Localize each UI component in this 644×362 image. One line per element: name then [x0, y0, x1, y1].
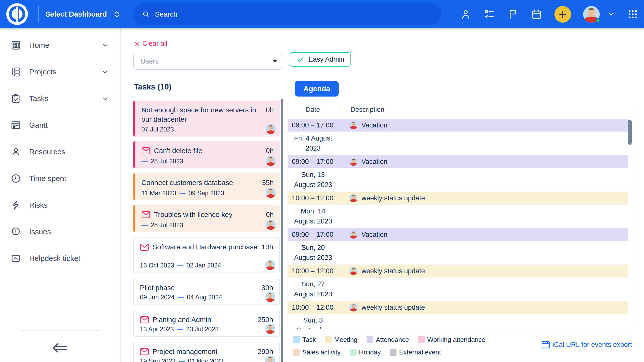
users-filter-input[interactable]: [140, 57, 261, 66]
calendar-icon[interactable]: [531, 9, 542, 20]
task-card-planing-and-admin[interactable]: Planing and Admin 250h 13 Apr 2023 — 23 …: [133, 310, 280, 337]
sidebar-divider: [20, 330, 101, 331]
agenda-event-row[interactable]: 09:00 – 17:00 Vacation: [288, 155, 628, 168]
task-card-connect-customers-database[interactable]: Connect customers database 35h 11 Mar 20…: [133, 173, 280, 200]
legend-label: Meeting: [334, 336, 357, 344]
legend-task: Task: [293, 336, 316, 344]
task-dates: 19 Sep 2023 — 01 Nov 2023: [140, 357, 224, 362]
agenda-date-row: Fri, 4 August 2023: [288, 131, 628, 155]
add-button[interactable]: [554, 6, 571, 23]
agenda-event-row[interactable]: 10:00 – 12:00 weekly status update: [288, 265, 628, 277]
assignee-avatar: [265, 324, 275, 334]
agenda-table-header: Date Description: [288, 103, 632, 116]
event-description: Vacation: [338, 158, 387, 166]
sidebar-item-gantt[interactable]: Gantt: [0, 112, 120, 139]
legend-label: Attendance: [376, 336, 409, 344]
app-logo-icon[interactable]: [6, 3, 28, 25]
task-card-project-management[interactable]: Project management 290h 19 Sep 2023 — 01…: [133, 342, 280, 362]
task-hours: 35h: [262, 178, 274, 187]
search-input[interactable]: [154, 10, 381, 19]
legend-swatch: [367, 336, 373, 343]
dropdown-arrow-icon: [273, 60, 277, 63]
sidebar-item-label: Issues: [29, 228, 109, 236]
assignee-avatar: [265, 292, 275, 302]
event-avatar: [349, 303, 357, 311]
task-dates: — 28 Jul 2023: [141, 158, 183, 165]
legend-row-2: Sales activity Holiday External event: [293, 348, 441, 356]
sidebar-item-issues[interactable]: Issues: [0, 218, 120, 245]
apps-grid-icon[interactable]: [627, 9, 638, 20]
task-card-software-and-hardware-purchase[interactable]: Software and Hardware purchase 10h 16 Oc…: [133, 237, 280, 273]
search-icon: [142, 10, 150, 18]
sidebar-item-label: Tasks: [29, 94, 93, 103]
home-icon: [11, 40, 21, 51]
profile-avatar[interactable]: [583, 6, 600, 23]
task-title: Pilot phase: [140, 283, 258, 293]
sidebar-item-label: Time spent: [29, 174, 109, 183]
agenda-event-row[interactable]: 09:00 – 17:00 Vacation: [288, 119, 628, 131]
agenda-table: Date Description 09:00 – 17:00 Vacation …: [288, 103, 632, 329]
legend-label: Working attendance: [427, 336, 486, 344]
task-card-pilot-phase[interactable]: Pilot phase 30h 09 Jun 2024 — 04 Aug 202…: [133, 278, 280, 305]
clear-all-button[interactable]: Clear all: [134, 40, 167, 48]
user-icon[interactable]: [460, 9, 471, 20]
sidebar-item-projects[interactable]: Projects: [0, 59, 120, 85]
description-column-header: Description: [338, 103, 632, 116]
dashboard-selector[interactable]: Select Dashboard: [45, 0, 121, 28]
agenda-event-row[interactable]: 10:00 – 12:00 weekly status update: [288, 192, 628, 204]
task-card-head: Connect customers database 35h: [141, 178, 274, 188]
sidebar-item-label: Risks: [29, 201, 109, 209]
task-card-not-enough-space-for-new-servers-in-our-datacenter[interactable]: Not enough space for new servers in our …: [133, 101, 280, 137]
sidebar-item-tasks[interactable]: Tasks: [0, 85, 120, 112]
sidebar-item-resources[interactable]: Resources: [0, 139, 120, 165]
task-card-head: Planing and Admin 250h: [140, 315, 273, 325]
ical-export-link[interactable]: iCal URL for events export: [541, 340, 632, 349]
legend-swatch: [325, 336, 332, 343]
agenda-scrollbar[interactable]: [628, 120, 632, 145]
sidebar-item-risks[interactable]: Risks: [0, 192, 120, 218]
sidebar-item-helpdesk-ticket[interactable]: Helpdesk ticket: [0, 245, 120, 272]
tasks-icon: [11, 93, 21, 104]
task-end-date: 23 Jul 2023: [186, 326, 219, 333]
event-time: 10:00 – 12:00: [288, 304, 338, 311]
agenda-event-row[interactable]: 10:00 – 12:00 weekly status update: [288, 301, 628, 314]
agenda-event-row[interactable]: 09:00 – 17:00 Vacation: [288, 228, 628, 241]
profile-chevron-down-icon[interactable]: [607, 11, 615, 18]
event-time: 09:00 – 17:00: [288, 158, 338, 166]
flag-icon[interactable]: [507, 9, 519, 20]
event-title: weekly status update: [361, 194, 425, 202]
sidebar-item-label: Helpdesk ticket: [29, 254, 109, 263]
legend-label: Sales activity: [302, 348, 341, 356]
task-card-troubles-with-licence-key[interactable]: Troubles with licence key 0h — 28 Jul 20…: [133, 205, 280, 232]
easy-admin-filter-chip[interactable]: Easy Admin: [290, 52, 351, 67]
event-time: 09:00 – 17:00: [288, 231, 338, 239]
task-start-date: 13 Apr 2023: [140, 326, 174, 333]
task-end-date: 02 Jan 2024: [186, 262, 221, 269]
task-hours: 290h: [258, 347, 273, 356]
topbar: Select Dashboard: [0, 0, 644, 28]
event-avatar: [349, 121, 357, 129]
date-range-dash: —: [177, 326, 183, 333]
event-avatar: [349, 267, 357, 275]
event-title: weekly status update: [361, 267, 425, 275]
date-column-header: Date: [288, 103, 338, 116]
dashboard-selector-label: Select Dashboard: [45, 10, 107, 18]
ical-calendar-icon: [541, 340, 550, 349]
legend-attendance: Attendance: [367, 336, 409, 344]
sidebar: Home Projects Tasks Gantt Resources Time…: [0, 28, 121, 362]
agenda-button[interactable]: Agenda: [295, 81, 339, 97]
search-bar[interactable]: [133, 3, 441, 25]
task-card-can-t-delete-file[interactable]: Can't delete file 0h — 28 Jul 2023: [133, 141, 280, 168]
event-avatar: [349, 231, 357, 239]
tasks-scrollbar[interactable]: [281, 99, 283, 362]
sidebar-item-time-spent[interactable]: Time spent: [0, 165, 120, 192]
issues-icon: [11, 227, 21, 237]
event-description: weekly status update: [338, 267, 425, 275]
tasks-checklist-icon[interactable]: [484, 9, 495, 20]
task-hours: 10h: [261, 243, 273, 251]
online-status-dot: [595, 18, 600, 23]
users-filter-select[interactable]: [133, 53, 282, 70]
agenda-rows: 09:00 – 17:00 Vacation Fri, 4 August 202…: [288, 119, 632, 329]
collapse-sidebar-icon[interactable]: [51, 340, 69, 355]
sidebar-item-home[interactable]: Home: [0, 32, 120, 59]
